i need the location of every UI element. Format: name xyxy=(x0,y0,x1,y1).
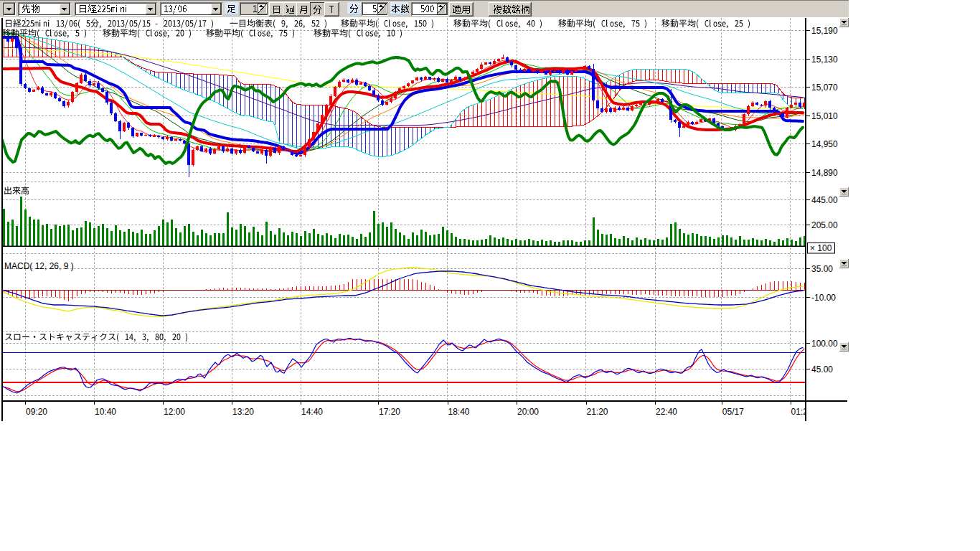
svg-text:-10.00: -10.00 xyxy=(811,293,836,303)
svg-text:15,190: 15,190 xyxy=(811,26,838,36)
svg-text:45.00: 45.00 xyxy=(811,364,833,375)
svg-text:10:40: 10:40 xyxy=(95,407,116,417)
svg-text:15,130: 15,130 xyxy=(811,55,838,65)
svg-text:14,890: 14,890 xyxy=(811,168,838,178)
svg-text:05/17: 05/17 xyxy=(722,407,744,417)
svg-text:15,070: 15,070 xyxy=(811,83,838,93)
svg-text:18:40: 18:40 xyxy=(448,407,470,417)
svg-text:21:20: 21:20 xyxy=(587,407,608,417)
svg-text:22:40: 22:40 xyxy=(656,407,677,417)
svg-text:15,010: 15,010 xyxy=(811,111,838,121)
svg-text:× 100: × 100 xyxy=(810,243,832,253)
svg-text:17:20: 17:20 xyxy=(379,407,400,417)
svg-text:MACD( 12, 26, 9 ): MACD( 12, 26, 9 ) xyxy=(4,261,74,271)
svg-text:205.00: 205.00 xyxy=(811,220,838,230)
svg-text:14,950: 14,950 xyxy=(811,139,838,149)
svg-text:14:40: 14:40 xyxy=(301,407,323,417)
svg-text:20:00: 20:00 xyxy=(517,407,539,417)
svg-text:12:00: 12:00 xyxy=(164,407,185,417)
svg-text:13:20: 13:20 xyxy=(232,407,254,417)
svg-text:445.00: 445.00 xyxy=(811,195,838,205)
svg-text:35.00: 35.00 xyxy=(811,264,833,274)
svg-text:100.00: 100.00 xyxy=(811,339,838,349)
svg-text:09:20: 09:20 xyxy=(26,407,47,417)
